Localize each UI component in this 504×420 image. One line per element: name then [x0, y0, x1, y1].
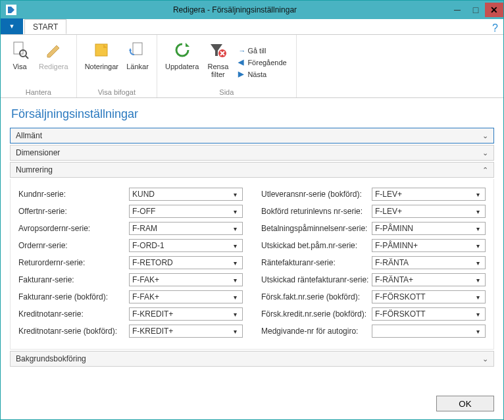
series-combo[interactable]: F-FÖRSKOTT▾ — [372, 290, 486, 303]
chevron-down-icon: ⌄ — [482, 128, 488, 143]
field-label: Kundnr-serie: — [18, 190, 129, 199]
chevron-down-icon: ▾ — [473, 311, 482, 318]
series-combo[interactable]: F-KREDIT+▾ — [129, 307, 243, 321]
series-combo[interactable]: F-OFF▾ — [129, 205, 243, 218]
field-row: Utskickad räntefakturanr-serie:F-RÄNTA+▾ — [261, 271, 486, 288]
series-combo[interactable]: F-RÄNTA+▾ — [372, 273, 486, 286]
maximize-button[interactable]: □ — [466, 3, 485, 17]
uppdatera-button[interactable]: Uppdatera — [161, 38, 203, 87]
chevron-down-icon: ▾ — [473, 276, 482, 284]
chevron-down-icon: ▾ — [230, 294, 239, 301]
series-combo[interactable]: F-PÅMINN▾ — [372, 222, 486, 235]
combo-value: F-RETORD — [132, 258, 230, 267]
redigera-button[interactable]: Redigera — [35, 38, 72, 87]
edit-icon — [42, 39, 64, 61]
field-row: Utskickad bet.påm.nr-serie:F-PÅMINN+▾ — [261, 237, 486, 254]
series-combo[interactable]: F-RÄNTA▾ — [372, 256, 486, 269]
minimize-button[interactable]: ─ — [448, 3, 466, 17]
field-row: Utleveransnr-serie (bokförd):F-LEV+▾ — [261, 186, 486, 203]
refresh-icon — [171, 39, 193, 61]
series-combo[interactable]: F-PÅMINN+▾ — [372, 239, 486, 252]
section-numrering[interactable]: Numrering ⌃ — [10, 162, 494, 178]
field-label: Kreditnotanr-serie: — [18, 309, 129, 319]
help-icon[interactable]: ? — [492, 22, 498, 34]
ribbon-tabs: ▼ START ? — [1, 19, 503, 35]
ok-button[interactable]: OK — [436, 396, 494, 411]
section-allmant[interactable]: Allmänt ⌄ — [10, 128, 494, 144]
chevron-down-icon: ▾ — [473, 294, 482, 301]
group-hantera-label: Hantera — [5, 88, 72, 96]
lankar-button[interactable]: Länkar — [122, 38, 153, 87]
series-combo[interactable]: F-RETORD▾ — [129, 256, 243, 269]
chevron-down-icon: ▾ — [230, 191, 239, 198]
field-row: Medgivande-nr för autogiro:▾ — [261, 323, 486, 340]
field-row: Försk.kredit.nr.serie (bokförd):F-FÖRSKO… — [261, 305, 486, 323]
chevron-down-icon: ▾ — [230, 225, 239, 232]
series-combo[interactable]: F-FAK+▾ — [129, 290, 243, 303]
field-row: Offertnr-serie:F-OFF▾ — [18, 203, 243, 220]
file-tab[interactable]: ▼ — [1, 18, 23, 34]
combo-value: F-LEV+ — [375, 207, 473, 216]
combo-value: F-FÖRSKOTT — [375, 309, 473, 319]
section-bakgrund[interactable]: Bakgrundsbokföring ⌄ — [10, 351, 494, 367]
field-row: Räntefakturanr-serie:F-RÄNTA▾ — [261, 254, 486, 271]
field-row: Kundnr-serie:KUND▾ — [18, 186, 243, 203]
footer: OK — [436, 396, 494, 411]
combo-value: F-FAK+ — [132, 292, 230, 302]
window-title: Redigera - Försäljningsinställningar — [22, 5, 448, 14]
ga-till-link[interactable]: →Gå till — [238, 45, 286, 57]
field-row: Betalningspåminnelsenr-serie:F-PÅMINN▾ — [261, 220, 486, 237]
chevron-down-icon: ▾ — [473, 328, 482, 335]
nasta-link[interactable]: ▶Nästa — [238, 68, 286, 80]
rensa-filter-button[interactable]: Rensa filter — [203, 38, 233, 87]
field-label: Utleveransnr-serie (bokförd): — [261, 190, 372, 199]
field-row: Försk.fakt.nr.serie (bokförd):F-FÖRSKOTT… — [261, 288, 486, 305]
chevron-down-icon: ⌄ — [482, 352, 488, 366]
series-combo[interactable]: F-ORD-1▾ — [129, 239, 243, 252]
series-combo[interactable]: KUND▾ — [129, 188, 243, 201]
series-combo[interactable]: F-FAK+▾ — [129, 273, 243, 286]
noteringar-button[interactable]: Noteringar — [81, 38, 122, 87]
chevron-down-icon: ▾ — [230, 276, 239, 284]
clear-filter-icon — [207, 39, 229, 61]
chevron-down-icon: ▾ — [230, 328, 239, 335]
tab-start[interactable]: START — [24, 19, 66, 34]
chevron-down-icon: ▾ — [473, 225, 482, 232]
series-combo[interactable]: F-FÖRSKOTT▾ — [372, 307, 486, 321]
field-label: Räntefakturanr-serie: — [261, 258, 372, 267]
foregaende-link[interactable]: ◀Föregående — [238, 57, 286, 68]
svg-rect-3 — [95, 44, 107, 56]
chevron-down-icon: ⌄ — [482, 145, 488, 160]
series-combo[interactable]: F-KREDIT+▾ — [129, 325, 243, 338]
field-label: Avropsordernr-serie: — [18, 224, 129, 233]
svg-marker-6 — [186, 43, 189, 47]
content-area: Försäljningsinställningar Allmänt ⌄ Dime… — [1, 98, 503, 367]
notes-icon — [90, 39, 113, 61]
series-combo[interactable]: F-LEV+▾ — [372, 188, 486, 201]
series-combo[interactable]: ▾ — [372, 325, 486, 338]
group-sida-label: Sida — [161, 88, 292, 96]
combo-value: F-PÅMINN — [375, 224, 473, 233]
page-title: Försäljningsinställningar — [11, 107, 494, 121]
view-icon — [9, 39, 31, 61]
field-label: Försk.fakt.nr.serie (bokförd): — [261, 292, 372, 302]
field-label: Ordernr-serie: — [18, 241, 129, 250]
series-combo[interactable]: F-LEV+▾ — [372, 205, 486, 218]
combo-value: F-RAM — [132, 224, 230, 233]
chevron-down-icon: ▾ — [230, 259, 239, 267]
chevron-down-icon: ▾ — [230, 311, 239, 318]
numrering-panel: Kundnr-serie:KUND▾Offertnr-serie:F-OFF▾A… — [10, 179, 494, 350]
visa-button[interactable]: Visa — [5, 38, 35, 87]
series-combo[interactable]: F-RAM▾ — [129, 222, 243, 235]
combo-value: F-FÖRSKOTT — [375, 292, 473, 302]
links-icon — [126, 39, 149, 61]
section-dimensioner[interactable]: Dimensioner ⌄ — [10, 145, 494, 161]
close-button[interactable]: ✕ — [485, 3, 503, 17]
field-row: Bokförd returinlevns nr-serie:F-LEV+▾ — [261, 203, 486, 220]
chevron-down-icon: ▾ — [473, 191, 482, 198]
combo-value: F-KREDIT+ — [132, 327, 230, 336]
chevron-down-icon: ▾ — [473, 242, 482, 249]
field-label: Utskickad räntefakturanr-serie: — [261, 275, 372, 284]
field-label: Offertnr-serie: — [18, 207, 129, 216]
nav-links: →Gå till ◀Föregående ▶Nästa — [233, 38, 291, 87]
